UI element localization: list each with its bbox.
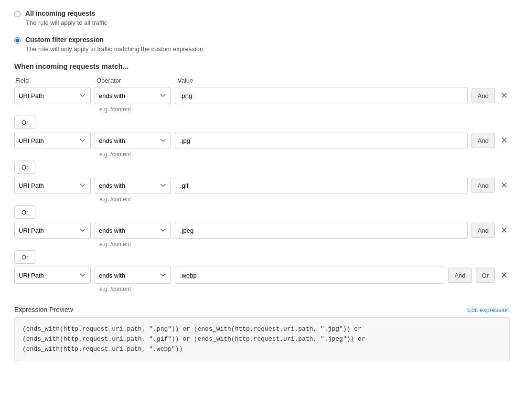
close-button-5[interactable]: ✕: [499, 271, 510, 280]
close-button-4[interactable]: ✕: [499, 226, 510, 235]
field-select-2[interactable]: URI PathURI QueryIP Source AddressCountr…: [14, 132, 91, 149]
value-input-3[interactable]: [175, 177, 468, 194]
header-field: Field: [15, 77, 92, 84]
or-separator-3: Or: [14, 205, 510, 219]
field-select-4[interactable]: URI PathURI QueryIP Source AddressCountr…: [14, 222, 91, 239]
operator-select-4[interactable]: ends withstarts withcontainsequalsdoes n…: [95, 222, 171, 239]
hint-text-4: e.g. /content: [99, 241, 510, 248]
all-incoming-section: All incoming requests The rule will appl…: [14, 10, 510, 26]
and-button-4[interactable]: And: [471, 223, 495, 238]
filter-headers: Field Operator Value: [14, 77, 510, 84]
filter-row-3: URI PathURI QueryIP Source AddressCountr…: [14, 177, 510, 194]
and-button-1[interactable]: And: [471, 88, 495, 103]
or-separator-button-2[interactable]: Or: [14, 161, 35, 174]
filter-row-wrapper-2: URI PathURI QueryIP Source AddressCountr…: [14, 132, 510, 174]
or-separator-button-3[interactable]: Or: [14, 205, 35, 219]
filter-row-wrapper-1: URI PathURI QueryIP Source AddressCountr…: [14, 87, 510, 129]
hint-text-1: e.g. /content: [99, 106, 510, 113]
close-button-3[interactable]: ✕: [499, 181, 510, 190]
filter-row-wrapper-3: URI PathURI QueryIP Source AddressCountr…: [14, 177, 510, 219]
header-operator: Operator: [96, 77, 173, 84]
or-separator-button-1[interactable]: Or: [14, 116, 35, 129]
filter-row-4: URI PathURI QueryIP Source AddressCountr…: [14, 222, 510, 239]
custom-filter-section: Custom filter expression The rule will o…: [14, 36, 510, 53]
expression-preview-section: Expression Preview Edit expression (ends…: [14, 306, 510, 361]
section-title: When incoming requests match...: [14, 62, 510, 70]
hint-text-2: e.g. /content: [99, 151, 510, 158]
operator-select-1[interactable]: ends withstarts withcontainsequalsdoes n…: [95, 87, 171, 104]
field-select-3[interactable]: URI PathURI QueryIP Source AddressCountr…: [14, 177, 91, 194]
filter-row-wrapper-5: URI PathURI QueryIP Source AddressCountr…: [14, 267, 510, 292]
filter-row-1: URI PathURI QueryIP Source AddressCountr…: [14, 87, 510, 104]
value-input-2[interactable]: [175, 132, 468, 149]
or-button-inline-5[interactable]: Or: [476, 268, 495, 283]
or-separator-button-4[interactable]: Or: [14, 250, 35, 264]
close-button-1[interactable]: ✕: [499, 91, 510, 100]
filter-row-5: URI PathURI QueryIP Source AddressCountr…: [14, 267, 510, 284]
filter-row-wrapper-4: URI PathURI QueryIP Source AddressCountr…: [14, 222, 510, 264]
filter-rows-container: URI PathURI QueryIP Source AddressCountr…: [14, 87, 510, 292]
and-button-2[interactable]: And: [471, 133, 495, 148]
expression-preview-title: Expression Preview: [14, 306, 73, 313]
operator-select-2[interactable]: ends withstarts withcontainsequalsdoes n…: [95, 132, 171, 149]
or-separator-4: Or: [14, 250, 510, 264]
operator-select-5[interactable]: ends withstarts withcontainsequalsdoes n…: [95, 267, 171, 284]
expression-preview-header: Expression Preview Edit expression: [14, 306, 510, 313]
filter-row-2: URI PathURI QueryIP Source AddressCountr…: [14, 132, 510, 149]
field-select-1[interactable]: URI PathURI QueryIP Source AddressCountr…: [14, 87, 91, 104]
custom-filter-desc: The rule will only apply to traffic matc…: [26, 45, 510, 53]
header-value: Value: [178, 77, 510, 84]
all-incoming-label: All incoming requests: [25, 10, 95, 17]
and-button-3[interactable]: And: [471, 178, 495, 193]
value-input-4[interactable]: [175, 222, 468, 239]
close-button-2[interactable]: ✕: [499, 136, 510, 145]
or-separator-1: Or: [14, 116, 510, 129]
hint-text-3: e.g. /content: [99, 196, 510, 203]
and-button-5[interactable]: And: [448, 268, 471, 283]
hint-text-5: e.g. /content: [99, 286, 510, 292]
value-input-1[interactable]: [175, 87, 468, 104]
or-separator-2: Or: [14, 161, 510, 174]
all-incoming-desc: The rule will apply to all traffic: [26, 19, 510, 26]
all-incoming-radio[interactable]: [14, 11, 21, 17]
custom-filter-label: Custom filter expression: [25, 36, 104, 43]
field-select-5[interactable]: URI PathURI QueryIP Source AddressCountr…: [14, 267, 91, 284]
operator-select-3[interactable]: ends withstarts withcontainsequalsdoes n…: [95, 177, 171, 194]
value-input-5[interactable]: [175, 267, 444, 284]
edit-expression-link[interactable]: Edit expression: [467, 306, 510, 313]
expression-code: (ends_with(http.request.uri.path, ".png"…: [22, 325, 365, 353]
custom-filter-radio[interactable]: [14, 37, 21, 43]
expression-box: (ends_with(http.request.uri.path, ".png"…: [14, 317, 510, 361]
